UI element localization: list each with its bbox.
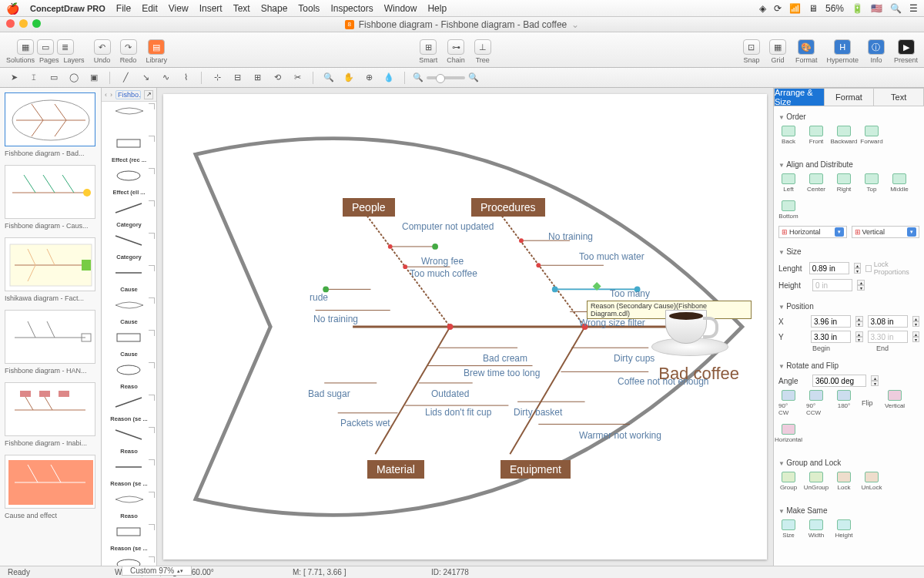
- page-thumb[interactable]: [5, 455, 95, 509]
- undo-button[interactable]: ↶: [94, 39, 111, 55]
- menu-edit[interactable]: Edit: [142, 3, 158, 14]
- align-middle-button[interactable]: Middle: [889, 173, 909, 193]
- order-backward-button[interactable]: Backward: [834, 126, 854, 145]
- zoom-in-icon[interactable]: 🔍: [321, 71, 336, 85]
- library-item[interactable]: Reaso: [102, 361, 156, 393]
- page-thumb[interactable]: [5, 310, 95, 364]
- y2-input[interactable]: [868, 331, 908, 343]
- align-top-button[interactable]: Top: [862, 173, 882, 193]
- lock-button[interactable]: Lock: [834, 472, 854, 491]
- lib-title[interactable]: Fishbo...: [116, 90, 141, 99]
- order-forward-button[interactable]: Forward: [862, 126, 882, 145]
- makesame-size-button[interactable]: Size: [778, 519, 798, 539]
- scissors-tool-icon[interactable]: ✂: [290, 71, 305, 85]
- format-button[interactable]: 🎨: [798, 39, 815, 55]
- align-right-button[interactable]: Right: [834, 173, 854, 193]
- eyedropper-tool-icon[interactable]: 💧: [381, 71, 397, 85]
- zoom-out-icon[interactable]: 🔍: [413, 72, 424, 82]
- length-input[interactable]: [809, 262, 849, 274]
- angle-spinner[interactable]: ▴▾: [871, 375, 879, 386]
- tab-arrange[interactable]: Arrange & Size: [774, 88, 825, 106]
- selected-reason[interactable]: [552, 282, 641, 292]
- library-item[interactable]: Effect (ell ...: [102, 166, 156, 199]
- menu-file[interactable]: File: [116, 3, 131, 14]
- menu-shape[interactable]: Shape: [261, 3, 288, 14]
- bone-material[interactable]: [375, 327, 450, 454]
- distribute-vertical[interactable]: ⊞Vertical▾: [852, 226, 920, 238]
- distribute-horizontal[interactable]: ⊞Horizontal▾: [778, 226, 847, 238]
- status-display-icon[interactable]: 🖥: [808, 3, 818, 14]
- pages-button[interactable]: ▭: [37, 39, 54, 55]
- section-size[interactable]: Size: [778, 244, 919, 259]
- library-item[interactable]: Reaso: [102, 490, 156, 523]
- flip-vertical-button[interactable]: Vertical: [885, 390, 905, 416]
- crop-tool-icon[interactable]: ⊹: [209, 71, 225, 85]
- library-item[interactable]: Reason (se ...: [102, 523, 156, 555]
- present-button[interactable]: ▶: [898, 39, 915, 55]
- category-people[interactable]: People: [343, 198, 395, 217]
- snap-button[interactable]: ⊡: [743, 39, 760, 55]
- menu-view[interactable]: View: [169, 3, 189, 14]
- pointer-tool-icon[interactable]: ➤: [6, 71, 22, 85]
- library-item[interactable]: Cause: [102, 328, 156, 361]
- group-button[interactable]: Group: [778, 472, 798, 491]
- align-left-button[interactable]: Left: [778, 173, 798, 193]
- section-position[interactable]: Position: [778, 299, 919, 314]
- y2-spinner[interactable]: ▴▾: [912, 331, 919, 342]
- ungroup-button[interactable]: UnGroup: [806, 472, 826, 491]
- zoom-slider[interactable]: [427, 76, 465, 79]
- category-equipment[interactable]: Equipment: [500, 460, 571, 479]
- line-tool-icon[interactable]: ╱: [118, 71, 133, 85]
- smart-button[interactable]: ⊞: [420, 39, 437, 55]
- menu-tools[interactable]: Tools: [298, 3, 320, 14]
- height-input[interactable]: [812, 279, 852, 291]
- effect-label[interactable]: Bad coffee: [658, 364, 739, 384]
- x2-input[interactable]: [868, 315, 908, 328]
- makesame-height-button[interactable]: Height: [834, 519, 854, 539]
- curve-tool-icon[interactable]: ∿: [158, 71, 173, 85]
- chain-button[interactable]: ⊶: [447, 39, 464, 55]
- section-order[interactable]: Order: [778, 109, 919, 124]
- y-input[interactable]: [811, 331, 851, 343]
- path-tool-icon[interactable]: ⌇: [178, 71, 193, 85]
- order-front-button[interactable]: Front: [806, 126, 826, 145]
- library-item[interactable]: Category: [102, 199, 156, 231]
- page-thumb[interactable]: [5, 92, 95, 146]
- menu-text[interactable]: Text: [233, 3, 250, 14]
- coffee-cup-icon[interactable]: [651, 310, 736, 371]
- layers-button[interactable]: ≣: [57, 39, 74, 55]
- section-group[interactable]: Group and Lock: [778, 455, 919, 470]
- angle-input[interactable]: [812, 375, 866, 387]
- x-spinner[interactable]: ▴▾: [855, 316, 862, 327]
- distribute-tool-icon[interactable]: ⊞: [249, 71, 265, 85]
- info-button[interactable]: ⓘ: [868, 39, 885, 55]
- shape-tool-icon[interactable]: ▣: [86, 71, 102, 85]
- library-item[interactable]: Reaso n: [102, 555, 156, 566]
- tree-button[interactable]: ⊥: [474, 39, 491, 55]
- menu-help[interactable]: Help: [427, 3, 447, 14]
- x-input[interactable]: [811, 315, 851, 328]
- hand-tool-icon[interactable]: ✋: [341, 71, 357, 85]
- app-name[interactable]: ConceptDraw PRO: [30, 4, 105, 13]
- zoom-combo[interactable]: Custom 97%▴▾: [122, 566, 192, 576]
- status-battery[interactable]: 56%: [825, 3, 844, 14]
- page-thumb[interactable]: [5, 237, 95, 291]
- library-item[interactable]: Effect (rec ...: [102, 134, 156, 166]
- rotate-180-button[interactable]: 180°: [834, 390, 854, 416]
- zoom-in-icon-2[interactable]: 🔍: [468, 72, 479, 82]
- status-diamond-icon[interactable]: ◈: [759, 3, 766, 14]
- status-sync-icon[interactable]: ⟳: [774, 3, 782, 14]
- section-align[interactable]: Align and Distribute: [778, 157, 919, 172]
- status-flag-icon[interactable]: 🇺🇸: [871, 3, 882, 14]
- library-item[interactable]: Cause: [102, 296, 156, 328]
- rotate-90ccw-button[interactable]: 90° CCW: [806, 390, 826, 416]
- height-spinner[interactable]: ▴▾: [857, 280, 865, 291]
- align-tool-icon[interactable]: ⊟: [229, 71, 245, 85]
- tab-text[interactable]: Text: [874, 88, 924, 106]
- dropdown-chevron-icon[interactable]: ⌄: [571, 19, 579, 30]
- page-thumb[interactable]: [5, 165, 95, 219]
- status-battery-icon[interactable]: 🔋: [852, 3, 863, 14]
- lock-proportions-checkbox[interactable]: [865, 265, 872, 272]
- text-tool-icon[interactable]: 𝙸: [26, 71, 42, 85]
- library-item[interactable]: Reason (se ...: [102, 458, 156, 490]
